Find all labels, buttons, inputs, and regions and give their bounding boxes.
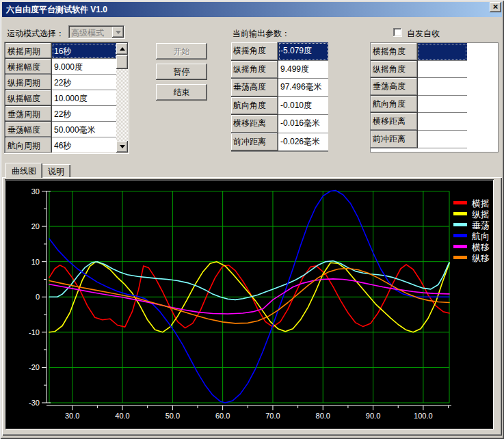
current-output-table: 横摇角度-5.079度纵摇角度9.499度垂荡高度97.496毫米航向角度-0.… (231, 42, 328, 152)
row-label-cell: 航向角度 (231, 97, 278, 116)
close-icon: × (493, 1, 499, 12)
svg-text:90.0: 90.0 (366, 412, 380, 420)
table-row: 纵摇周期22秒 (5, 75, 116, 90)
row-value-cell[interactable] (418, 78, 467, 96)
svg-text:70.0: 70.0 (265, 412, 280, 420)
motion-params-scrollbar[interactable] (116, 43, 128, 152)
row-value-cell[interactable]: 22秒 (52, 106, 116, 122)
table-row: 前冲距离-0.026毫米 (231, 133, 328, 152)
table-row: 垂荡幅度50.000毫米 (5, 122, 116, 137)
svg-text:60.0: 60.0 (215, 412, 230, 420)
svg-text:30: 30 (31, 187, 40, 196)
row-value-cell[interactable] (418, 61, 467, 79)
row-label-cell[interactable]: 垂荡周期 (5, 106, 52, 122)
loopback-checkbox[interactable] (393, 28, 402, 37)
row-label-cell: 横移距离 (371, 113, 418, 131)
row-value-cell[interactable]: 16秒 (52, 43, 116, 59)
svg-text:纵移: 纵移 (472, 253, 490, 263)
table-row: 横摇角度-5.079度 (231, 42, 328, 61)
row-label-cell: 横摇角度 (231, 42, 278, 61)
row-value-cell[interactable]: 9.499度 (278, 61, 328, 79)
output-params-label: 当前输出参数： (233, 28, 290, 40)
loopback-checkbox-label: 自发自收 (407, 28, 440, 40)
row-value-cell[interactable] (418, 113, 467, 131)
svg-text:50.0: 50.0 (165, 412, 180, 420)
svg-text:100.0: 100.0 (414, 412, 433, 420)
row-label-cell[interactable]: 纵摇周期 (5, 75, 52, 90)
row-label-cell[interactable]: 横摇幅度 (5, 59, 52, 75)
pause-button[interactable]: 暂停 (156, 64, 207, 80)
mode-combobox-value: 高级模式 (71, 27, 104, 39)
row-value-cell[interactable]: 50.000毫米 (52, 122, 116, 137)
table-row: 航向角度-0.010度 (231, 97, 328, 116)
svg-text:30.0: 30.0 (65, 412, 79, 420)
table-row: 纵摇角度 (371, 61, 467, 79)
arrow-up-icon (120, 47, 125, 51)
row-value-cell[interactable]: 46秒 (52, 137, 116, 152)
row-label-cell: 纵摇角度 (371, 61, 418, 79)
row-value-cell[interactable]: -0.026毫米 (278, 133, 328, 152)
scroll-up-button[interactable] (116, 43, 128, 55)
table-row: 横摇周期16秒 (5, 43, 116, 59)
row-label-cell[interactable]: 横摇周期 (5, 43, 52, 59)
row-value-cell[interactable] (418, 43, 467, 61)
row-label-cell: 横摇角度 (371, 43, 418, 61)
arrow-down-icon (120, 145, 125, 148)
svg-text:10: 10 (31, 258, 40, 266)
scroll-down-button[interactable] (116, 141, 128, 152)
svg-text:横摇: 横摇 (471, 198, 490, 209)
scrollbar-thumb[interactable] (116, 55, 128, 69)
row-label-cell: 垂荡高度 (371, 78, 418, 96)
row-value-cell[interactable]: 97.496毫米 (278, 79, 328, 97)
row-value-cell[interactable]: -0.010度 (278, 97, 328, 116)
feedback-output-panel: 横摇角度纵摇角度垂荡高度航向角度横移距离前冲距离 (370, 42, 499, 152)
stop-button[interactable]: 结束 (156, 84, 207, 101)
title-bar[interactable]: 六自由度平台测试软件 V1.0 (2, 2, 502, 17)
svg-text:40.0: 40.0 (115, 412, 129, 420)
row-value-cell[interactable]: -5.079度 (278, 42, 328, 61)
row-value-cell[interactable]: -0.016毫米 (278, 115, 328, 133)
table-row: 纵摇角度9.499度 (231, 61, 328, 79)
table-row: 垂荡周期22秒 (5, 106, 116, 122)
svg-text:-20: -20 (29, 363, 40, 371)
row-value-cell[interactable]: 10.000度 (52, 90, 116, 106)
table-row: 垂荡高度97.496毫米 (231, 79, 328, 97)
row-value-cell[interactable] (418, 131, 467, 148)
row-label-cell: 前冲距离 (371, 131, 418, 148)
chart-area: 30.040.050.060.070.080.090.0100.03020100… (5, 179, 494, 429)
motion-params-list: 横摇周期16秒横摇幅度9.000度纵摇周期22秒纵摇幅度10.000度垂荡周期2… (4, 42, 129, 154)
feedback-output-table: 横摇角度纵摇角度垂荡高度航向角度横移距离前冲距离 (371, 43, 467, 152)
tab-curve-chart[interactable]: 曲线图 (5, 163, 42, 178)
window-title: 六自由度平台测试软件 V1.0 (6, 4, 107, 16)
row-label-cell[interactable]: 航向周期 (5, 137, 52, 152)
row-label-cell: 前冲距离 (231, 133, 278, 152)
table-row: 前冲距离 (371, 131, 467, 148)
start-button[interactable]: 开始 (156, 43, 207, 59)
svg-text:0: 0 (36, 293, 40, 301)
table-row: 横摇角度 (371, 43, 467, 61)
svg-text:20: 20 (31, 222, 40, 230)
svg-text:-30: -30 (29, 399, 40, 407)
svg-text:航向: 航向 (471, 231, 490, 241)
table-row: 纵摇幅度10.000度 (5, 90, 116, 106)
row-value-cell[interactable]: 22秒 (52, 75, 116, 90)
row-label-cell[interactable]: 纵摇幅度 (5, 90, 52, 106)
row-value-cell[interactable] (418, 96, 467, 114)
table-row: 垂荡高度 (371, 78, 467, 96)
combo-dropdown-button[interactable] (112, 27, 124, 38)
row-label-cell[interactable]: 垂荡幅度 (5, 122, 52, 137)
close-button[interactable]: × (490, 2, 501, 12)
svg-text:横移: 横移 (471, 242, 490, 252)
tab-description[interactable]: 说明 (42, 164, 70, 177)
tab-page-panel: 30.040.050.060.070.080.090.0100.03020100… (2, 177, 502, 436)
mode-select-label: 运动模式选择： (7, 28, 64, 40)
svg-text:垂荡: 垂荡 (472, 220, 490, 230)
table-row: 横摇幅度9.000度 (5, 59, 116, 75)
svg-text:-10: -10 (29, 328, 40, 336)
row-value-cell[interactable]: 9.000度 (52, 59, 116, 75)
table-row: 航向角度 (371, 96, 467, 114)
table-row: 横移距离-0.016毫米 (231, 115, 328, 133)
curve-chart: 30.040.050.060.070.080.090.0100.03020100… (6, 181, 492, 428)
table-row: 横移距离 (371, 113, 467, 131)
mode-combobox[interactable]: 高级模式 (68, 25, 125, 39)
